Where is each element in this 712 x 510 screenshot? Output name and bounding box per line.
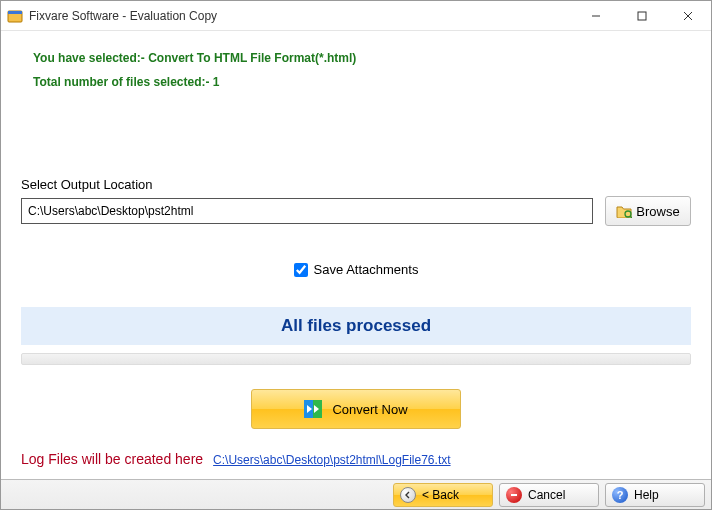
progress-bar [21, 353, 691, 365]
svg-rect-3 [638, 12, 646, 20]
log-label: Log Files will be created here [21, 451, 203, 467]
cancel-button[interactable]: Cancel [499, 483, 599, 507]
convert-label: Convert Now [332, 402, 407, 417]
output-row: Browse [21, 196, 691, 226]
title-bar: Fixvare Software - Evaluation Copy [1, 1, 711, 31]
browse-button[interactable]: Browse [605, 196, 691, 226]
svg-rect-1 [8, 11, 22, 14]
status-text: All files processed [281, 316, 431, 336]
maximize-icon [637, 11, 647, 21]
back-button[interactable]: < Back [393, 483, 493, 507]
close-icon [683, 11, 693, 21]
save-attachments-checkbox[interactable] [294, 263, 308, 277]
save-attachments-label: Save Attachments [314, 262, 419, 277]
minimize-icon [591, 11, 601, 21]
convert-icon [304, 400, 322, 418]
log-file-link[interactable]: C:\Users\abc\Desktop\pst2html\LogFile76.… [213, 453, 450, 467]
folder-icon [616, 204, 632, 218]
file-count-info: Total number of files selected:- 1 [33, 75, 691, 89]
selection-info: You have selected:- Convert To HTML File… [33, 51, 691, 65]
status-banner: All files processed [21, 307, 691, 345]
cancel-label: Cancel [528, 488, 565, 502]
help-label: Help [634, 488, 659, 502]
output-path-input[interactable] [21, 198, 593, 224]
content-area: You have selected:- Convert To HTML File… [1, 31, 711, 479]
app-icon [7, 8, 23, 24]
minimize-button[interactable] [573, 1, 619, 31]
log-row: Log Files will be created here C:\Users\… [21, 451, 451, 467]
convert-now-button[interactable]: Convert Now [251, 389, 461, 429]
save-attachments-row: Save Attachments [21, 262, 691, 277]
window-title: Fixvare Software - Evaluation Copy [29, 9, 217, 23]
app-window: Fixvare Software - Evaluation Copy You h… [0, 0, 712, 510]
close-button[interactable] [665, 1, 711, 31]
output-location-label: Select Output Location [21, 177, 691, 192]
back-arrow-icon [400, 487, 416, 503]
convert-row: Convert Now [21, 389, 691, 429]
help-icon: ? [612, 487, 628, 503]
back-label: < Back [422, 488, 459, 502]
browse-label: Browse [636, 204, 679, 219]
maximize-button[interactable] [619, 1, 665, 31]
help-button[interactable]: ? Help [605, 483, 705, 507]
cancel-icon [506, 487, 522, 503]
footer-bar: < Back Cancel ? Help [1, 479, 711, 509]
